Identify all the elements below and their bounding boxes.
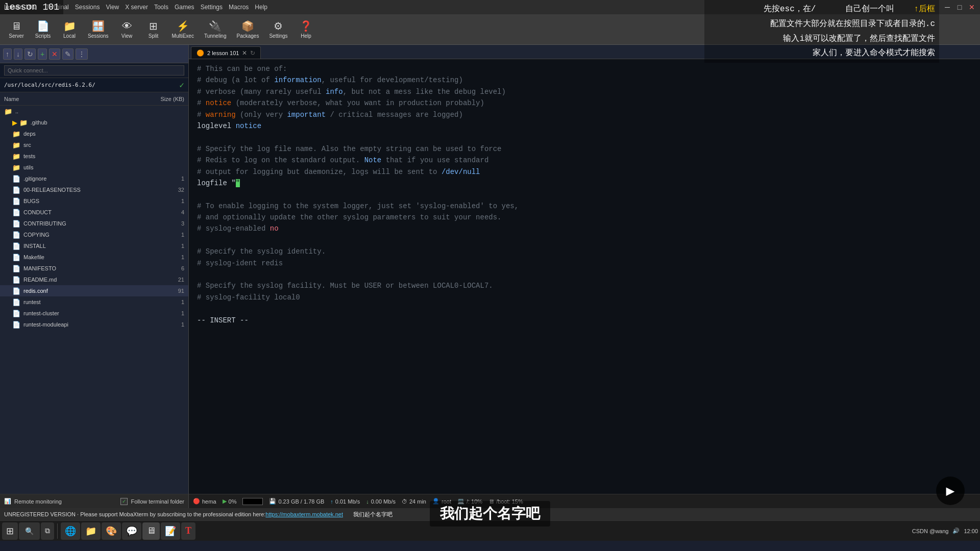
file-item-conduct[interactable]: 📄 CONDUCT 4 [0, 207, 188, 218]
toolbar-local[interactable]: 📁 Local [57, 18, 82, 41]
file-item-readme[interactable]: 📄 README.md 21 [0, 274, 188, 285]
toolbar-server[interactable]: 🖥 Server [4, 18, 29, 41]
taskbar-files[interactable]: 📁 [81, 522, 101, 540]
menu-tools[interactable]: Tools [154, 4, 168, 11]
file-item-github[interactable]: ▶ 📁 .github [0, 117, 188, 128]
file-item-deps[interactable]: 📁 deps [0, 128, 188, 139]
menu-settings[interactable]: Settings [201, 4, 223, 11]
remote-monitoring-bar: 📊 Remote monitoring ✓ Follow terminal fo… [0, 494, 188, 508]
file-item-bugs[interactable]: 📄 BUGS 1 [0, 195, 188, 207]
status-download: ↓ 0.00 Mb/s [366, 498, 396, 505]
folder-icon: 📁 [12, 153, 20, 160]
menu-help[interactable]: Help [255, 4, 267, 11]
tab-refresh-icon[interactable]: ↻ [250, 49, 255, 57]
file-item-gitignore[interactable]: 📄 .gitignore 1 [0, 173, 188, 184]
menu-sessions[interactable]: Sessions [75, 4, 100, 11]
file-icon: 📄 [12, 310, 20, 317]
code-editor[interactable]: # This can be one of: # debug (a lot of … [189, 59, 980, 494]
file-item-utils[interactable]: 📁 utils [0, 162, 188, 173]
file-item-manifesto[interactable]: 📄 MANIFESTO 6 [0, 263, 188, 274]
file-header: Name Size (KB) [0, 92, 188, 106]
status-uptime: ⏱ 24 min [402, 498, 426, 505]
tunneling-icon: 🔌 [209, 20, 222, 32]
file-item-runtest-cluster[interactable]: 📄 runtest-cluster 1 [0, 308, 188, 319]
toolbar-tunneling[interactable]: 🔌 Tunneling [200, 18, 231, 41]
file-icon: 📄 [12, 231, 20, 239]
tab-close-icon[interactable]: ✕ [242, 49, 247, 57]
sidebar-new-btn[interactable]: + [38, 48, 47, 60]
search-button[interactable]: 🔍 [19, 522, 40, 540]
file-item-runtest[interactable]: 📄 runtest 1 [0, 296, 188, 308]
tab-label: 2 lesson 101 [207, 50, 239, 56]
status-download-text: 0.00 Mb/s [371, 498, 396, 505]
current-path: /usr/local/src/redis-6.2.6/ [4, 82, 179, 88]
code-line: # output for logging but daemonize, logs… [197, 166, 972, 178]
toolbar-sessions[interactable]: 🪟 Sessions [84, 18, 113, 41]
status-cpu-text: 0% [229, 498, 237, 505]
code-line: # syslog-enabled no [197, 223, 972, 234]
sidebar-edit-btn[interactable]: ✎ [62, 48, 74, 60]
sidebar-down-btn[interactable]: ↓ [14, 48, 22, 60]
toolbar-split[interactable]: ⊞ Split [141, 18, 166, 41]
code-line: # Specify the syslog facility. Must be U… [197, 280, 972, 291]
tray-time: 12:00 [964, 528, 978, 534]
file-icon: 📄 [12, 265, 20, 272]
toolbar-view[interactable]: 👁 View [115, 18, 139, 41]
file-item-redisconf[interactable]: 📄 redis.conf 91 [0, 285, 188, 296]
minimize-button[interactable]: ─ [943, 3, 951, 11]
file-item-tests[interactable]: 📁 tests [0, 151, 188, 162]
path-confirm-icon: ✓ [179, 80, 184, 90]
maximize-button[interactable]: □ [955, 3, 964, 11]
file-item-makefile[interactable]: 📄 Makefile 1 [0, 252, 188, 263]
toolbar-multiexec[interactable]: ⚡ MultiExec [168, 18, 198, 41]
remote-monitoring-label: Remote monitoring [14, 498, 62, 505]
code-line [197, 189, 972, 200]
toolbar-packages[interactable]: 📦 Packages [233, 18, 263, 41]
follow-terminal-check[interactable]: ✓ Follow terminal folder [120, 498, 184, 505]
sidebar-up-btn[interactable]: ↑ [3, 48, 12, 60]
tray-volume[interactable]: 🔊 [952, 528, 960, 534]
file-icon: 📄 [12, 254, 20, 261]
status-user: 🔴 hema [193, 498, 216, 505]
taskbar-notepad[interactable]: 📝 [161, 522, 180, 540]
file-item-runtest-moduleapi[interactable]: 📄 runtest-moduleapi 1 [0, 319, 188, 330]
file-item-src[interactable]: 📁 src [0, 139, 188, 151]
status-uptime-icon: ⏱ [402, 498, 407, 505]
taskbar-tray: CSDN @wang 🔊 12:00 [912, 528, 978, 534]
menu-view[interactable]: View [106, 4, 119, 11]
toolbar-scripts[interactable]: 📄 Scripts [31, 18, 55, 41]
code-line: # syslog-ident redis [197, 258, 972, 269]
overlay-top-right: 先按esc，在/ 自己创一个叫 ↑后框 配置文件大部分就在按照目录下或者目录的.… [704, 0, 939, 63]
close-button[interactable]: ✕ [968, 3, 976, 11]
file-item-releasenotes[interactable]: 📄 00-RELEASENOTESS 32 [0, 184, 188, 195]
follow-checkbox[interactable]: ✓ [120, 498, 128, 505]
taskview-button[interactable]: ⧉ [41, 522, 54, 540]
file-icon: 📄 [12, 197, 20, 205]
menu-games[interactable]: Games [175, 4, 194, 11]
menu-macros[interactable]: Macros [229, 4, 249, 11]
tab-lesson101[interactable]: 🟠 2 lesson 101 ✕ ↻ [191, 46, 261, 59]
sidebar-refresh-btn[interactable]: ↻ [24, 48, 36, 60]
toolbar-help[interactable]: ❓ Help [294, 18, 318, 41]
tray-csdn: CSDN @wang [912, 528, 949, 534]
sidebar-properties-btn[interactable]: ⋮ [76, 48, 88, 60]
taskbar-chrome[interactable]: 🌐 [61, 522, 80, 540]
menu-xserver[interactable]: X server [125, 4, 148, 11]
file-icon: 📄 [12, 175, 20, 183]
unreg-link[interactable]: https://mobaxterm.mobatek.net [265, 511, 343, 517]
sidebar-delete-btn[interactable]: ✕ [49, 48, 60, 60]
file-item-dotdot[interactable]: 📁 .. [0, 106, 188, 117]
taskbar-terminal[interactable]: 🖥 [142, 522, 160, 540]
split-icon: ⊞ [149, 20, 158, 32]
quick-connect-input[interactable] [4, 65, 184, 76]
taskbar-text[interactable]: T [181, 522, 195, 540]
file-item-install[interactable]: 📄 INSTALL 1 [0, 240, 188, 252]
file-item-contributing[interactable]: 📄 CONTRIBUTING 3 [0, 218, 188, 229]
taskbar-chat[interactable]: 💬 [122, 522, 141, 540]
folder-icon: 📁 [12, 141, 20, 149]
play-button[interactable]: ▶ [936, 477, 965, 505]
start-button[interactable]: ⊞ [2, 522, 18, 540]
file-item-copying[interactable]: 📄 COPYING 1 [0, 229, 188, 240]
taskbar-powerpoint[interactable]: 🎨 [102, 522, 121, 540]
toolbar-settings[interactable]: ⚙ Settings [265, 18, 291, 41]
